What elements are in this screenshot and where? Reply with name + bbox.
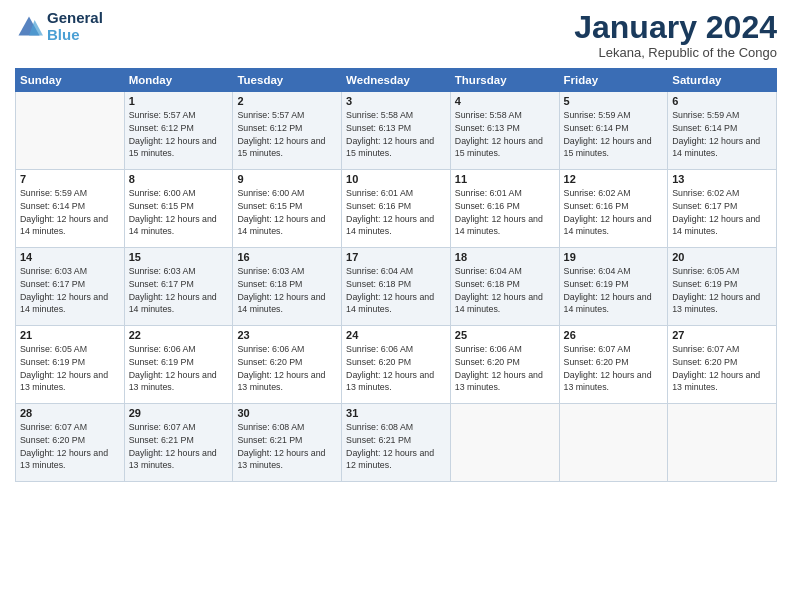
header: General Blue January 2024 Lekana, Republ…	[15, 10, 777, 60]
day-number: 11	[455, 173, 555, 185]
day-number: 27	[672, 329, 772, 341]
day-info: Sunrise: 5:59 AMSunset: 6:14 PMDaylight:…	[20, 187, 120, 238]
day-cell: 23Sunrise: 6:06 AMSunset: 6:20 PMDayligh…	[233, 326, 342, 404]
day-cell: 15Sunrise: 6:03 AMSunset: 6:17 PMDayligh…	[124, 248, 233, 326]
day-number: 29	[129, 407, 229, 419]
day-cell: 31Sunrise: 6:08 AMSunset: 6:21 PMDayligh…	[342, 404, 451, 482]
col-wednesday: Wednesday	[342, 69, 451, 92]
day-info: Sunrise: 5:59 AMSunset: 6:14 PMDaylight:…	[672, 109, 772, 160]
day-info: Sunrise: 6:02 AMSunset: 6:16 PMDaylight:…	[564, 187, 664, 238]
day-cell: 11Sunrise: 6:01 AMSunset: 6:16 PMDayligh…	[450, 170, 559, 248]
day-cell: 4Sunrise: 5:58 AMSunset: 6:13 PMDaylight…	[450, 92, 559, 170]
day-cell: 30Sunrise: 6:08 AMSunset: 6:21 PMDayligh…	[233, 404, 342, 482]
day-info: Sunrise: 6:02 AMSunset: 6:17 PMDaylight:…	[672, 187, 772, 238]
day-number: 9	[237, 173, 337, 185]
week-row-5: 28Sunrise: 6:07 AMSunset: 6:20 PMDayligh…	[16, 404, 777, 482]
day-info: Sunrise: 5:57 AMSunset: 6:12 PMDaylight:…	[129, 109, 229, 160]
day-info: Sunrise: 6:03 AMSunset: 6:18 PMDaylight:…	[237, 265, 337, 316]
day-info: Sunrise: 6:07 AMSunset: 6:21 PMDaylight:…	[129, 421, 229, 472]
day-number: 20	[672, 251, 772, 263]
day-info: Sunrise: 6:03 AMSunset: 6:17 PMDaylight:…	[129, 265, 229, 316]
day-cell: 13Sunrise: 6:02 AMSunset: 6:17 PMDayligh…	[668, 170, 777, 248]
day-number: 2	[237, 95, 337, 107]
day-cell: 18Sunrise: 6:04 AMSunset: 6:18 PMDayligh…	[450, 248, 559, 326]
week-row-2: 7Sunrise: 5:59 AMSunset: 6:14 PMDaylight…	[16, 170, 777, 248]
day-info: Sunrise: 6:04 AMSunset: 6:18 PMDaylight:…	[346, 265, 446, 316]
week-row-1: 1Sunrise: 5:57 AMSunset: 6:12 PMDaylight…	[16, 92, 777, 170]
day-info: Sunrise: 6:06 AMSunset: 6:19 PMDaylight:…	[129, 343, 229, 394]
day-number: 6	[672, 95, 772, 107]
day-info: Sunrise: 5:58 AMSunset: 6:13 PMDaylight:…	[346, 109, 446, 160]
day-number: 4	[455, 95, 555, 107]
day-cell: 16Sunrise: 6:03 AMSunset: 6:18 PMDayligh…	[233, 248, 342, 326]
day-info: Sunrise: 6:03 AMSunset: 6:17 PMDaylight:…	[20, 265, 120, 316]
day-cell: 12Sunrise: 6:02 AMSunset: 6:16 PMDayligh…	[559, 170, 668, 248]
col-saturday: Saturday	[668, 69, 777, 92]
day-cell: 22Sunrise: 6:06 AMSunset: 6:19 PMDayligh…	[124, 326, 233, 404]
day-info: Sunrise: 6:07 AMSunset: 6:20 PMDaylight:…	[564, 343, 664, 394]
day-info: Sunrise: 5:58 AMSunset: 6:13 PMDaylight:…	[455, 109, 555, 160]
day-cell: 28Sunrise: 6:07 AMSunset: 6:20 PMDayligh…	[16, 404, 125, 482]
day-number: 18	[455, 251, 555, 263]
day-number: 22	[129, 329, 229, 341]
day-number: 13	[672, 173, 772, 185]
day-cell	[16, 92, 125, 170]
day-cell: 14Sunrise: 6:03 AMSunset: 6:17 PMDayligh…	[16, 248, 125, 326]
month-title: January 2024	[574, 10, 777, 45]
day-info: Sunrise: 6:04 AMSunset: 6:18 PMDaylight:…	[455, 265, 555, 316]
header-row: Sunday Monday Tuesday Wednesday Thursday…	[16, 69, 777, 92]
day-cell: 10Sunrise: 6:01 AMSunset: 6:16 PMDayligh…	[342, 170, 451, 248]
day-cell: 7Sunrise: 5:59 AMSunset: 6:14 PMDaylight…	[16, 170, 125, 248]
day-info: Sunrise: 6:01 AMSunset: 6:16 PMDaylight:…	[346, 187, 446, 238]
day-info: Sunrise: 6:06 AMSunset: 6:20 PMDaylight:…	[237, 343, 337, 394]
day-number: 30	[237, 407, 337, 419]
logo-text: General Blue	[47, 10, 103, 43]
calendar-table: Sunday Monday Tuesday Wednesday Thursday…	[15, 68, 777, 482]
day-number: 23	[237, 329, 337, 341]
day-cell: 2Sunrise: 5:57 AMSunset: 6:12 PMDaylight…	[233, 92, 342, 170]
day-info: Sunrise: 6:01 AMSunset: 6:16 PMDaylight:…	[455, 187, 555, 238]
col-tuesday: Tuesday	[233, 69, 342, 92]
day-cell: 17Sunrise: 6:04 AMSunset: 6:18 PMDayligh…	[342, 248, 451, 326]
day-cell: 27Sunrise: 6:07 AMSunset: 6:20 PMDayligh…	[668, 326, 777, 404]
day-number: 28	[20, 407, 120, 419]
day-number: 8	[129, 173, 229, 185]
day-cell: 9Sunrise: 6:00 AMSunset: 6:15 PMDaylight…	[233, 170, 342, 248]
day-cell: 20Sunrise: 6:05 AMSunset: 6:19 PMDayligh…	[668, 248, 777, 326]
day-number: 15	[129, 251, 229, 263]
day-info: Sunrise: 6:00 AMSunset: 6:15 PMDaylight:…	[237, 187, 337, 238]
day-cell: 26Sunrise: 6:07 AMSunset: 6:20 PMDayligh…	[559, 326, 668, 404]
day-number: 16	[237, 251, 337, 263]
title-block: January 2024 Lekana, Republic of the Con…	[574, 10, 777, 60]
week-row-3: 14Sunrise: 6:03 AMSunset: 6:17 PMDayligh…	[16, 248, 777, 326]
day-number: 5	[564, 95, 664, 107]
day-cell	[668, 404, 777, 482]
day-cell: 1Sunrise: 5:57 AMSunset: 6:12 PMDaylight…	[124, 92, 233, 170]
day-cell: 3Sunrise: 5:58 AMSunset: 6:13 PMDaylight…	[342, 92, 451, 170]
day-number: 7	[20, 173, 120, 185]
day-cell	[559, 404, 668, 482]
day-number: 21	[20, 329, 120, 341]
day-info: Sunrise: 6:07 AMSunset: 6:20 PMDaylight:…	[20, 421, 120, 472]
day-number: 31	[346, 407, 446, 419]
day-info: Sunrise: 6:08 AMSunset: 6:21 PMDaylight:…	[346, 421, 446, 472]
day-cell: 8Sunrise: 6:00 AMSunset: 6:15 PMDaylight…	[124, 170, 233, 248]
day-number: 12	[564, 173, 664, 185]
day-number: 14	[20, 251, 120, 263]
day-number: 19	[564, 251, 664, 263]
day-info: Sunrise: 6:06 AMSunset: 6:20 PMDaylight:…	[455, 343, 555, 394]
day-info: Sunrise: 6:05 AMSunset: 6:19 PMDaylight:…	[20, 343, 120, 394]
day-cell: 5Sunrise: 5:59 AMSunset: 6:14 PMDaylight…	[559, 92, 668, 170]
day-cell: 6Sunrise: 5:59 AMSunset: 6:14 PMDaylight…	[668, 92, 777, 170]
day-info: Sunrise: 6:07 AMSunset: 6:20 PMDaylight:…	[672, 343, 772, 394]
day-info: Sunrise: 6:08 AMSunset: 6:21 PMDaylight:…	[237, 421, 337, 472]
day-number: 10	[346, 173, 446, 185]
day-number: 24	[346, 329, 446, 341]
day-number: 26	[564, 329, 664, 341]
day-number: 1	[129, 95, 229, 107]
logo-icon	[15, 13, 43, 41]
day-info: Sunrise: 5:59 AMSunset: 6:14 PMDaylight:…	[564, 109, 664, 160]
location: Lekana, Republic of the Congo	[574, 45, 777, 60]
day-cell: 29Sunrise: 6:07 AMSunset: 6:21 PMDayligh…	[124, 404, 233, 482]
col-thursday: Thursday	[450, 69, 559, 92]
